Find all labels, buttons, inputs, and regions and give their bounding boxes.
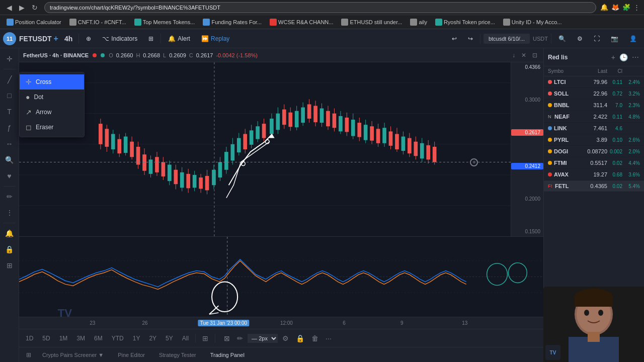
expand-chart-button[interactable]: ⊡ xyxy=(530,51,539,60)
more-button[interactable]: 👤 xyxy=(625,33,641,44)
tf-ytd[interactable]: YTD xyxy=(109,333,126,343)
watchlist-item-soll[interactable]: SOLL 22.96 0.72 3.2% xyxy=(544,88,644,100)
log-scale-button[interactable]: ⊞ xyxy=(200,333,211,344)
user-avatar[interactable]: 11 xyxy=(3,32,16,45)
indicators-button[interactable]: ⌥ Indicators xyxy=(98,33,141,44)
tf-all[interactable]: All xyxy=(180,333,191,343)
bookmark-ryoshi[interactable]: Ryoshi Token price... xyxy=(433,18,498,27)
draw-text-tool[interactable]: T xyxy=(2,104,17,119)
tab-strategy[interactable]: Strategy Tester xyxy=(153,350,202,360)
ext-icon-1[interactable]: 🔔 xyxy=(600,4,608,11)
watchlist-item-ftmi[interactable]: FTMI 0.5517 0.02 4.4% xyxy=(544,157,644,169)
timeframe-selector[interactable]: 4h xyxy=(61,33,75,44)
url-bar[interactable]: tradingview.com/chart/qcKREW2y/?symbol=B… xyxy=(44,2,596,13)
wl-change: 7.0 xyxy=(607,103,622,108)
layouts-button[interactable]: ⊞ xyxy=(144,33,157,44)
tf-6m[interactable]: 6M xyxy=(92,333,105,343)
screenshot-button[interactable]: 📷 xyxy=(607,33,622,44)
cursor-eraser-option[interactable]: ◻ Eraser xyxy=(20,120,84,135)
add-watchlist-button[interactable]: + xyxy=(610,52,616,62)
alert-tool[interactable]: 🔔 xyxy=(2,226,17,241)
bookmark-wcse[interactable]: WCSE R&A CHANN... xyxy=(267,18,336,27)
bookmark-ethusd[interactable]: ETHUSD still under... xyxy=(339,18,405,27)
bookmark-position-calc[interactable]: Position Calculator xyxy=(4,18,64,27)
candlestick-chart[interactable]: ⊕ xyxy=(19,62,511,236)
arrow-icon: ↗ xyxy=(26,108,32,116)
tab-screener[interactable]: Crypto Pairs Screener ▼ xyxy=(36,350,110,360)
ext-icon-3[interactable]: 🧩 xyxy=(622,4,630,11)
watchlist-item-link[interactable]: LINK 7.461 4.6 xyxy=(544,123,644,134)
tab-pine[interactable]: Pine Editor xyxy=(112,350,151,360)
watchlist-item-ltci[interactable]: LTCI 79.96 0.11 2.4% xyxy=(544,76,644,88)
watchlist-item-fetl[interactable]: F! FETL 0.4365 0.02 5.4% xyxy=(544,180,644,192)
ext-icon-2[interactable]: 🦊 xyxy=(611,4,619,11)
bookmark-funding[interactable]: Funding Rates For... xyxy=(200,18,264,27)
replay-button[interactable]: ⏩ Replay xyxy=(197,33,233,44)
clock-watchlist-button[interactable]: 🕒 xyxy=(618,52,629,62)
ext-icon-4[interactable]: ⋮ xyxy=(633,4,640,11)
chart-info-actions: ↓ ✕ ⊡ xyxy=(510,51,539,60)
cursor-arrow-option[interactable]: ↗ Arrow xyxy=(20,105,84,120)
panel-toggle-button[interactable]: ⊞ xyxy=(23,350,34,359)
forward-button[interactable]: ▶ xyxy=(17,3,27,13)
add-symbol-icon[interactable]: + xyxy=(54,34,58,43)
lock-tool[interactable]: 🔒 xyxy=(2,242,17,257)
close-chart-button[interactable]: ✕ xyxy=(519,51,528,60)
watchlist-item-neaf[interactable]: N NEAF 2.422 0.11 4.8% xyxy=(544,111,644,123)
watchlist-item-avax[interactable]: AVAX 19.27 0.68 3.6% xyxy=(544,169,644,180)
bookmark-top-memes[interactable]: Top Memes Tokens... xyxy=(132,18,198,27)
line-width-selector[interactable]: — 2px — 1px — 3px xyxy=(248,334,278,343)
tf-3m[interactable]: 3M xyxy=(74,333,88,343)
draw-mode-button[interactable]: ✏ xyxy=(234,333,246,344)
draw-line-tool[interactable]: ╱ xyxy=(2,72,17,87)
layout-tool[interactable]: ⊞ xyxy=(2,258,17,273)
alert-button[interactable]: 🔔 Alert xyxy=(164,33,194,44)
magnet-tool[interactable]: ♥ xyxy=(2,168,17,184)
watchlist-item-pyrl[interactable]: PYRL 3.89 0.10 2.6% xyxy=(544,134,644,146)
tf-1d[interactable]: 1D xyxy=(23,333,36,343)
bookmark-unity[interactable]: Unity ID - My Acco... xyxy=(501,18,565,27)
back-button[interactable]: ◀ xyxy=(4,3,15,13)
tf-1y[interactable]: 1Y xyxy=(130,333,143,343)
price-chart[interactable]: 0.4366 0.3000 0.2617 0.2412 0.2000 0.150… xyxy=(19,62,543,236)
draw-shape-tool[interactable]: □ xyxy=(2,88,17,103)
search-button[interactable]: 🔍 xyxy=(554,33,570,44)
browser-nav[interactable]: ◀ ▶ ↻ xyxy=(4,3,40,13)
minimize-chart-button[interactable]: ↓ xyxy=(510,51,517,60)
grid-button[interactable]: ⊠ xyxy=(221,333,232,344)
watchlist-item-dogi[interactable]: DOGI 0.08720 0.002 2.0% xyxy=(544,146,644,157)
wl-symbol: SOLL xyxy=(554,90,582,97)
time-label-6: 6 xyxy=(343,320,346,326)
tf-1m[interactable]: 1M xyxy=(57,333,70,343)
crosshair-tool[interactable]: ✛ xyxy=(2,51,17,66)
oscillator-chart[interactable]: TV xyxy=(19,236,543,317)
undo-button[interactable]: ↩ xyxy=(448,33,461,44)
more-draw-button[interactable]: ··· xyxy=(323,333,334,344)
watchlist-header: Red lis + 🕒 ⋯ xyxy=(544,48,644,66)
bookmark-aily[interactable]: aily xyxy=(408,18,430,27)
redo-button[interactable]: ↪ xyxy=(464,33,477,44)
more-watchlist-button[interactable]: ⋯ xyxy=(631,52,640,62)
cursor-dot-option[interactable]: ● Dot xyxy=(20,89,84,105)
brush-tool[interactable]: ✏ xyxy=(2,189,17,204)
watchlist-item-bnbl[interactable]: BNBL 311.4 7.0 2.3% xyxy=(544,100,644,111)
symbol-selector[interactable]: FETUSDT + xyxy=(19,34,58,43)
account-button[interactable]: btcusdt 6/10/... xyxy=(484,34,530,44)
bookmark-cnft[interactable]: CNFT.IO - #CNFT... xyxy=(67,18,129,27)
tf-5d[interactable]: 5D xyxy=(40,333,52,343)
settings-draw-button[interactable]: ⚙ xyxy=(280,333,291,344)
tf-5y[interactable]: 5Y xyxy=(163,333,176,343)
compare-button[interactable]: ⊕ xyxy=(82,33,95,44)
tf-2y[interactable]: 2Y xyxy=(146,333,159,343)
lock-draw-button[interactable]: 🔒 xyxy=(293,333,307,344)
fullscreen-button[interactable]: ⛶ xyxy=(590,33,604,44)
cursor-cross-option[interactable]: ✛ Cross xyxy=(20,74,84,89)
fibonacci-tool[interactable]: ƒ xyxy=(2,120,17,135)
settings-button[interactable]: ⚙ xyxy=(573,33,587,44)
tab-trading[interactable]: Trading Panel xyxy=(204,350,251,360)
delete-draw-button[interactable]: 🗑 xyxy=(309,333,321,344)
zoom-tool[interactable]: 🔍 xyxy=(2,152,17,167)
measure-tool[interactable]: ↔ xyxy=(2,136,17,151)
more-tools[interactable]: ⋮ xyxy=(2,205,17,220)
reload-button[interactable]: ↻ xyxy=(29,3,40,13)
